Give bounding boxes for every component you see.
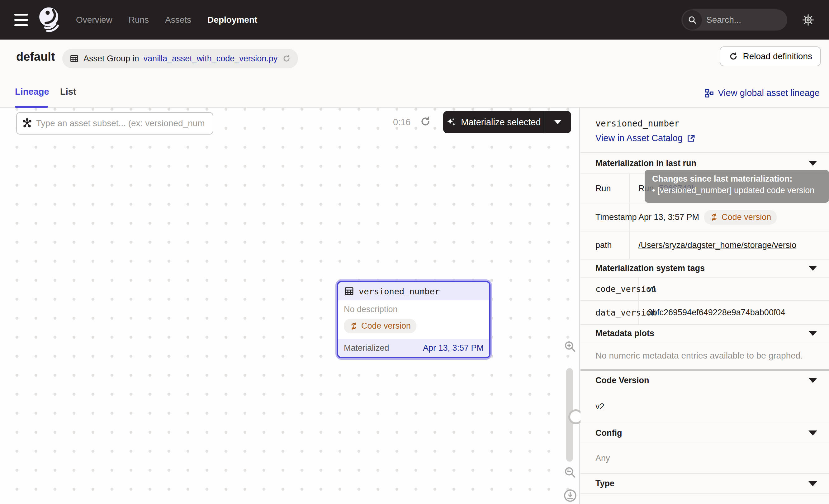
code-version-tag-label: Code version xyxy=(361,321,411,331)
section-divider xyxy=(580,369,829,371)
menu-icon[interactable] xyxy=(14,14,29,26)
changes-tooltip: Changes since last materialization: • [v… xyxy=(645,170,829,203)
chip-reload-icon[interactable] xyxy=(282,54,291,63)
section-title: Materialization system tags xyxy=(596,263,705,273)
materialize-selected-button-group: Materialize selected xyxy=(443,111,571,133)
zoom-in-icon[interactable] xyxy=(563,339,577,353)
lineage-graph-canvas[interactable]: 0:16 Materialize selected xyxy=(0,108,580,504)
zoom-out-icon[interactable] xyxy=(563,465,577,479)
timestamp-row-label: Timestamp xyxy=(580,204,630,231)
nav-item-overview[interactable]: Overview xyxy=(76,15,112,25)
path-value-link[interactable]: /Users/sryza/dagster_home/storage/versio xyxy=(639,241,796,250)
chevron-down-icon xyxy=(554,120,561,124)
data-version-row-label: data_version xyxy=(580,301,639,324)
nav-item-deployment[interactable]: Deployment xyxy=(207,15,257,25)
external-link-icon xyxy=(686,134,696,143)
section-type[interactable]: Type xyxy=(580,474,829,494)
section-title: Metadata plots xyxy=(596,329,654,338)
timestamp-value: Apr 13, 3:57 PM xyxy=(639,212,699,222)
code-version-row: code_version v1 xyxy=(580,278,829,301)
code-version-tag[interactable]: Code version xyxy=(344,319,417,333)
section-metadata-plots[interactable]: Metadata plots xyxy=(580,325,829,342)
asset-group-file-link[interactable]: vanilla_asset_with_code_version.py xyxy=(144,54,278,64)
settings-gear-icon[interactable] xyxy=(802,13,815,27)
nav-item-assets[interactable]: Assets xyxy=(165,15,191,25)
app-root: Overview Runs Assets Deployment / xyxy=(0,0,829,504)
metadata-plots-empty: No numeric metadata entries available to… xyxy=(580,342,829,369)
config-value: Any xyxy=(596,454,610,463)
data-version-row-value: 3bfc269594ef649228e9a74bab00f04 xyxy=(639,301,829,324)
path-row: path /Users/sryza/dagster_home/storage/v… xyxy=(580,231,829,259)
section-code-version[interactable]: Code Version xyxy=(580,371,829,390)
code-version-tag[interactable]: Code version xyxy=(704,210,777,225)
asset-node-description: No description xyxy=(344,304,483,314)
reload-definitions-label: Reload definitions xyxy=(743,51,812,61)
section-title: Materialization in last run xyxy=(596,158,696,168)
timestamp-row: Timestamp Apr 13, 3:57 PM Code version xyxy=(580,204,829,231)
section-title: Code Version xyxy=(596,376,649,385)
download-image-icon[interactable] xyxy=(563,489,577,503)
asset-detail-panel: versioned_number View in Asset Catalog M… xyxy=(580,108,829,504)
global-search[interactable]: / xyxy=(681,9,787,31)
table-grid-icon xyxy=(344,286,354,296)
sparkle-icon xyxy=(446,117,457,128)
config-value-block: Any xyxy=(580,443,829,474)
code-version-row-value: v1 xyxy=(639,278,829,300)
tab-lineage[interactable]: Lineage xyxy=(15,86,49,97)
collapse-caret-icon xyxy=(808,161,817,166)
lineage-graph-icon xyxy=(704,88,714,98)
search-icon xyxy=(683,10,702,30)
op-selector-icon xyxy=(22,118,32,129)
section-materialization-system-tags[interactable]: Materialization system tags xyxy=(580,259,829,278)
reload-icon xyxy=(728,51,738,61)
refresh-countdown: 0:16 xyxy=(393,117,410,128)
code-version-value-block: v2 xyxy=(580,390,829,423)
asset-subset-filter[interactable] xyxy=(16,112,213,135)
data-version-row: data_version 3bfc269594ef649228e9a74bab0… xyxy=(580,301,829,325)
panel-title-block: versioned_number View in Asset Catalog xyxy=(580,108,829,153)
view-tabs: Lineage List View global asset lineage xyxy=(0,81,829,108)
collapse-caret-icon xyxy=(808,266,817,271)
asset-node-footer: Materialized Apr 13, 3:57 PM xyxy=(338,339,489,357)
asset-node-versioned-number[interactable]: versioned_number No description Code ver… xyxy=(335,279,492,360)
asset-group-chip-prefix: Asset Group in xyxy=(83,54,139,64)
asset-node-title: versioned_number xyxy=(359,287,440,296)
sync-alert-icon xyxy=(710,213,718,221)
view-global-asset-lineage-link[interactable]: View global asset lineage xyxy=(704,88,820,98)
collapse-caret-icon xyxy=(808,481,817,486)
reload-definitions-button[interactable]: Reload definitions xyxy=(720,46,821,66)
materialized-time-link[interactable]: Apr 13, 3:57 PM xyxy=(423,343,483,353)
asset-subset-input[interactable] xyxy=(36,118,208,128)
table-grid-icon xyxy=(69,53,79,64)
materialize-selected-button[interactable]: Materialize selected xyxy=(443,111,544,133)
section-config[interactable]: Config xyxy=(580,423,829,443)
collapse-caret-icon xyxy=(808,331,817,336)
asset-node-body: No description Code version xyxy=(338,300,489,339)
dagster-logo-icon[interactable] xyxy=(37,6,62,34)
graph-refresh-icon[interactable] xyxy=(419,115,432,128)
code-version-tag-label: Code version xyxy=(722,212,771,222)
changes-tooltip-item: • [versioned_number] updated code versio… xyxy=(652,186,822,195)
materialize-options-dropdown[interactable] xyxy=(544,111,571,133)
collapse-caret-icon xyxy=(808,431,817,435)
view-in-asset-catalog-label: View in Asset Catalog xyxy=(596,133,683,143)
changes-tooltip-title: Changes since last materialization: xyxy=(652,174,822,184)
zoom-slider[interactable] xyxy=(566,368,573,462)
nav-item-runs[interactable]: Runs xyxy=(129,15,149,25)
asset-group-chip: Asset Group in vanilla_asset_with_code_v… xyxy=(62,49,298,68)
code-version-value: v2 xyxy=(596,402,605,411)
graph-dot-grid xyxy=(0,108,579,504)
view-global-asset-lineage-label: View global asset lineage xyxy=(718,88,820,98)
global-search-input[interactable] xyxy=(706,15,787,25)
section-title: Type xyxy=(596,479,614,489)
code-version-row-label: code_version xyxy=(580,278,639,300)
metadata-plots-empty-message: No numeric metadata entries available to… xyxy=(596,351,803,361)
page-title: default xyxy=(16,50,55,64)
zoom-controls xyxy=(559,339,580,504)
section-title: Config xyxy=(596,428,622,438)
view-in-asset-catalog-link[interactable]: View in Asset Catalog xyxy=(596,133,829,143)
nav-links: Overview Runs Assets Deployment xyxy=(76,15,257,25)
materialized-status-label: Materialized xyxy=(344,343,389,353)
run-row-label: Run xyxy=(580,174,630,203)
tab-list[interactable]: List xyxy=(60,86,76,97)
